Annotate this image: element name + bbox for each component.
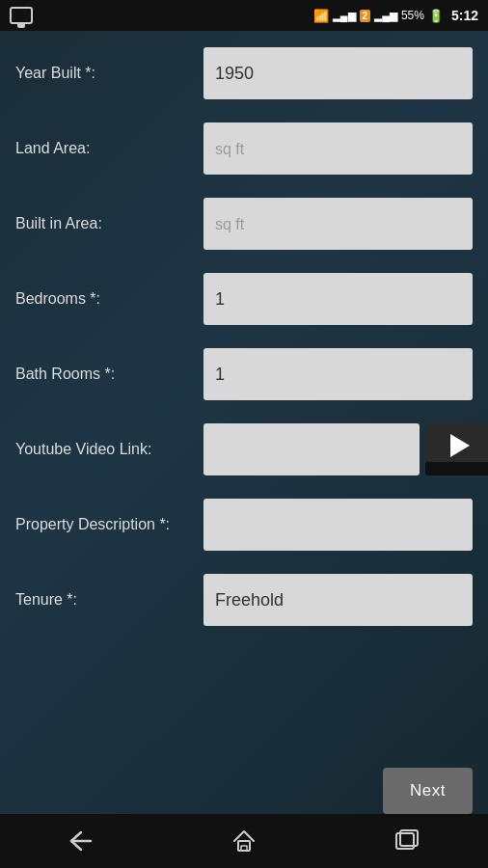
home-icon: [230, 827, 258, 854]
battery-percent: 55%: [401, 9, 424, 22]
bedrooms-input[interactable]: [203, 273, 473, 325]
description-row: Property Description *:: [15, 492, 473, 557]
sim-badge: 2: [360, 10, 371, 22]
back-button[interactable]: [57, 817, 105, 865]
youtube-thumbnail[interactable]: [425, 423, 488, 475]
built-in-area-label: Built in Area:: [15, 215, 203, 232]
signal-icon: ▂▄▆: [333, 10, 356, 22]
svg-rect-2: [241, 846, 247, 851]
screen-icon: [10, 7, 33, 24]
play-icon: [450, 434, 470, 457]
year-built-row: Year Built *:: [15, 41, 473, 106]
youtube-input-area: [203, 423, 488, 475]
youtube-row: Youtube Video Link:: [15, 417, 473, 482]
description-label: Property Description *:: [15, 516, 203, 533]
recent-apps-button[interactable]: [383, 817, 431, 865]
bathrooms-label: Bath Rooms *:: [15, 366, 203, 383]
built-in-area-input[interactable]: [203, 198, 473, 250]
built-in-area-row: Built in Area:: [15, 191, 473, 257]
youtube-label: Youtube Video Link:: [15, 441, 203, 458]
back-icon: [68, 830, 95, 852]
year-built-input[interactable]: [203, 47, 473, 99]
youtube-input[interactable]: [203, 423, 420, 475]
bathrooms-row: Bath Rooms *:: [15, 341, 473, 407]
land-area-row: Land Area:: [15, 116, 473, 181]
nav-bar: [0, 814, 488, 868]
bedrooms-label: Bedrooms *:: [15, 290, 203, 308]
tenure-input[interactable]: [203, 574, 473, 626]
wifi-icon: 📶: [313, 9, 329, 23]
battery-icon: 🔋: [428, 9, 444, 23]
tenure-label: Tenure *:: [15, 591, 203, 609]
recent-apps-icon: [394, 828, 420, 854]
land-area-label: Land Area:: [15, 140, 203, 157]
signal2-icon: ▂▄▆: [374, 10, 397, 22]
tenure-row: Tenure *:: [15, 567, 473, 633]
button-area: Next: [383, 768, 473, 814]
bedrooms-row: Bedrooms *:: [15, 266, 473, 332]
home-button[interactable]: [220, 817, 268, 865]
form-content: Year Built *: Land Area: Built in Area: …: [0, 31, 488, 814]
clock: 5:12: [451, 8, 478, 23]
description-input[interactable]: [203, 499, 473, 551]
land-area-input[interactable]: [203, 122, 473, 175]
bathrooms-input[interactable]: [203, 348, 473, 400]
year-built-label: Year Built *:: [15, 65, 203, 82]
next-button[interactable]: Next: [383, 768, 473, 814]
status-bar: 📶 ▂▄▆ 2 ▂▄▆ 55% 🔋 5:12: [0, 0, 488, 31]
